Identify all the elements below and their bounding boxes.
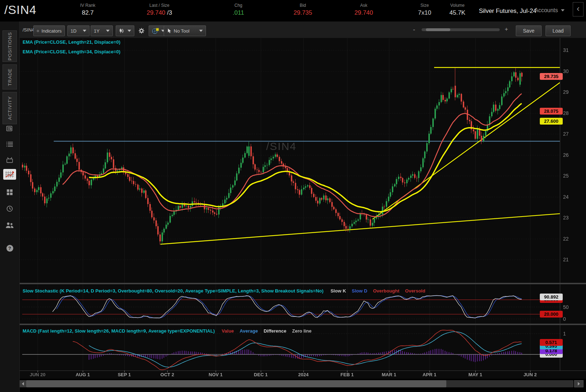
- stat-iv-rank: IV Rank82.7: [70, 0, 106, 21]
- stoch-tick: 0: [563, 316, 566, 322]
- legend-item[interactable]: Average: [240, 328, 258, 334]
- accounts-label: Accounts: [534, 7, 558, 14]
- legend-item[interactable]: Slow K: [331, 288, 346, 294]
- stat-value: 7x10: [418, 9, 431, 16]
- zoom-slider[interactable]: [422, 28, 500, 31]
- price-tick: 22: [563, 236, 569, 242]
- indicators-button[interactable]: Indicators: [33, 25, 65, 36]
- date-label: DEC 1: [254, 372, 268, 377]
- legend-item[interactable]: Oversold: [405, 288, 425, 294]
- scrollbar-track[interactable]: [26, 380, 573, 387]
- stat-label: Ask: [343, 3, 384, 8]
- date-label: SEP 1: [118, 372, 131, 377]
- news-icon[interactable]: [0, 123, 19, 134]
- legend-item[interactable]: Zero line: [292, 328, 311, 334]
- stat-volume: Volume45.7K: [441, 0, 474, 21]
- sidebar-tab-positions[interactable]: POSITIONS: [3, 30, 17, 62]
- date-label: NOV 1: [208, 372, 222, 377]
- cursor-icon: [167, 28, 172, 34]
- macd-study-label[interactable]: MACD (Fast length=12, Slow length=26, MA…: [23, 328, 215, 334]
- price-tick: 29: [563, 89, 569, 95]
- watchlist-icon[interactable]: [0, 139, 19, 150]
- save-button[interactable]: Save: [516, 25, 542, 36]
- stat-value: 29.740: [355, 9, 373, 16]
- date-label: MAR 1: [382, 372, 396, 377]
- sidebar: POSITIONS TRADE ACTIVITY: [0, 21, 20, 392]
- date-label: AUG 1: [76, 372, 90, 377]
- price-tick: 27: [563, 131, 569, 137]
- ema21-label[interactable]: EMA (Price=CLOSE, Length=21, Displace=0): [23, 39, 120, 45]
- chevron-down-icon: [83, 30, 86, 32]
- chevron-down-icon: [128, 30, 131, 32]
- legend-item[interactable]: Slow D: [352, 288, 367, 294]
- price-tick: 23: [563, 215, 569, 221]
- date-label: MAY 1: [469, 372, 482, 377]
- macd-tick: 1: [563, 331, 566, 337]
- ema34-value-bubble: 27.600: [540, 118, 563, 125]
- chart-type-dropdown[interactable]: [116, 25, 134, 36]
- chart-toolbar: /SIN4 Indicators 1D 1Y: [20, 21, 586, 38]
- range-dropdown[interactable]: 1Y: [91, 25, 113, 36]
- collapse-button[interactable]: ‹: [573, 2, 583, 16]
- date-label: JUN 20: [30, 372, 45, 377]
- zoom-in-button[interactable]: +: [505, 26, 508, 33]
- legend-item[interactable]: Difference: [264, 328, 287, 334]
- ema34-label[interactable]: EMA (Price=CLOSE, Length=34, Displace=0): [23, 49, 120, 54]
- stat-ask: Ask29.740: [343, 0, 384, 21]
- settings-button[interactable]: [136, 25, 147, 36]
- price-tick: 21: [563, 257, 569, 262]
- chevron-down-icon: [199, 30, 203, 32]
- chevron-down-icon: [106, 30, 110, 32]
- zoom-slider-thumb[interactable]: [426, 28, 450, 31]
- people-icon[interactable]: [0, 220, 19, 231]
- chart-area: EMA (Price=CLOSE, Length=21, Displace=0)…: [20, 38, 586, 379]
- indicators-label: Indicators: [42, 28, 62, 34]
- stoch-tick: 50: [563, 304, 569, 310]
- tv-icon[interactable]: [0, 155, 19, 165]
- legend-item[interactable]: Value: [222, 328, 234, 334]
- date-label: JUN 2: [524, 372, 537, 377]
- stoch-study-label[interactable]: Slow Stochastic (K Period=14, D Period=3…: [23, 288, 323, 294]
- question-glyph: ?: [6, 245, 13, 252]
- date-label: OCT 2: [160, 372, 174, 377]
- scrollbar-thumb[interactable]: [26, 380, 446, 387]
- timeframe-dropdown[interactable]: 1D: [67, 25, 90, 36]
- pane-divider[interactable]: [20, 283, 586, 284]
- stat-value: .011: [233, 9, 244, 16]
- ema21-value-bubble: 28.075: [540, 108, 563, 115]
- indicators-burst-icon: [37, 28, 39, 34]
- legend-item[interactable]: Overbought: [373, 288, 399, 294]
- sidebar-tab-trade[interactable]: TRADE: [3, 64, 17, 89]
- accounts-menu[interactable]: Accounts: [534, 7, 565, 14]
- slow-k-bubble: 90.892: [540, 294, 563, 300]
- stat-label: Size: [409, 3, 440, 8]
- scroll-right-button[interactable]: [574, 380, 583, 387]
- gear-icon: [139, 27, 144, 34]
- history-icon[interactable]: [0, 203, 19, 214]
- drawing-tool-dropdown[interactable]: No Tool: [164, 25, 206, 36]
- load-button[interactable]: Load: [546, 25, 571, 36]
- stat-size: Size7x10: [409, 0, 440, 21]
- grid-layout-icon: [152, 28, 159, 34]
- chevron-down-icon: [561, 9, 565, 11]
- stat-suffix: /3: [165, 9, 172, 16]
- chart-icon[interactable]: [0, 168, 19, 180]
- pane-divider[interactable]: [20, 324, 586, 325]
- triangle-left-icon: [22, 382, 24, 386]
- grid-icon[interactable]: [0, 187, 19, 198]
- date-label: FEB 1: [341, 372, 354, 377]
- scroll-left-button[interactable]: [20, 380, 26, 387]
- chart-icon-active-box: [3, 169, 16, 180]
- stat-last-size: Last / Size29.740 /3: [131, 0, 188, 21]
- zoom-out-button[interactable]: -: [413, 26, 415, 34]
- stat-chg: Chg.011: [221, 0, 255, 21]
- timeframe-value: 1D: [71, 28, 77, 34]
- tool-value: No Tool: [174, 28, 189, 34]
- stat-label: Chg: [221, 3, 255, 8]
- stat-label: IV Rank: [70, 3, 106, 8]
- sidebar-tab-activity[interactable]: ACTIVITY: [3, 92, 17, 124]
- date-label: 2024: [298, 372, 309, 377]
- stat-label: Bid: [282, 3, 323, 8]
- chart-canvas[interactable]: [20, 38, 586, 379]
- help-icon[interactable]: ?: [0, 243, 19, 253]
